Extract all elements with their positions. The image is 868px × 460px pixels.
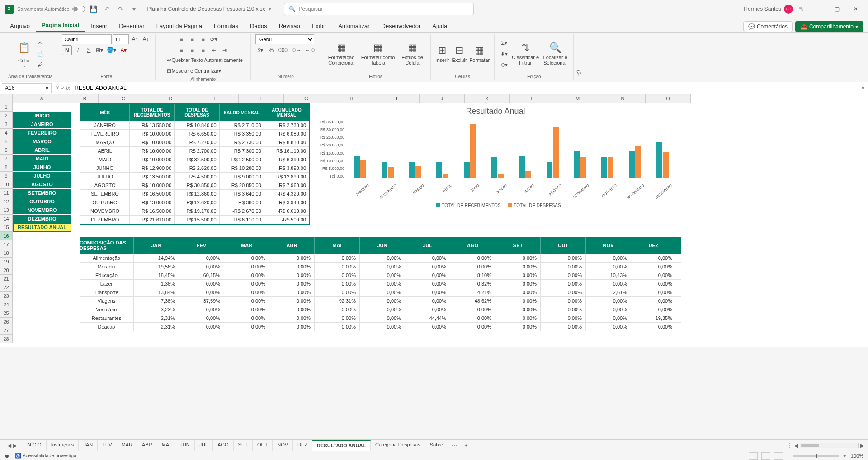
- menu-tab-página-inicial[interactable]: Página Inicial: [36, 19, 85, 32]
- menu-tab-dados[interactable]: Dados: [245, 20, 273, 32]
- orientation-icon[interactable]: ⟳▾: [209, 34, 219, 44]
- sheet-tab-dez[interactable]: DEZ: [293, 440, 312, 451]
- row-header[interactable]: 8: [0, 163, 13, 172]
- chart-bar[interactable]: [525, 171, 531, 178]
- comp-row[interactable]: Alimentação14,94%0,00%0,00%0,00%0,00%0,0…: [80, 254, 681, 263]
- sheet-next-icon[interactable]: ▶: [13, 442, 17, 449]
- align-center-icon[interactable]: ≡: [187, 45, 197, 55]
- column-header[interactable]: L: [510, 94, 555, 103]
- sheet-tab-nov[interactable]: NOV: [273, 440, 293, 451]
- save-icon[interactable]: 💾: [89, 4, 99, 14]
- nav-item-fevereiro[interactable]: FEVEREIRO: [13, 129, 71, 137]
- qat-dropdown-icon[interactable]: ▾: [129, 4, 139, 14]
- nav-item-setembro[interactable]: SETEMBRO: [13, 189, 71, 197]
- format-cells-button[interactable]: ▦Formatar: [470, 45, 490, 63]
- format-as-table-button[interactable]: ▦Formatar como Tabela: [360, 42, 396, 66]
- delete-cells-button[interactable]: ⊟Excluir: [452, 45, 467, 63]
- maximize-button[interactable]: ▢: [829, 2, 844, 16]
- menu-tab-desenhar[interactable]: Desenhar: [113, 20, 150, 32]
- row-header[interactable]: 16: [0, 232, 13, 240]
- comp-row[interactable]: Moradia19,56%0,00%0,00%0,00%0,00%0,00%0,…: [80, 263, 681, 271]
- chart-bar[interactable]: [656, 142, 662, 178]
- user-account[interactable]: Hermes Santos HS: [744, 5, 793, 14]
- row-header[interactable]: 26: [0, 318, 13, 326]
- sheet-tab-fev[interactable]: FEV: [98, 440, 117, 451]
- row-header[interactable]: 1: [0, 103, 13, 112]
- autosave-toggle[interactable]: Salvamento Automático: [17, 6, 85, 12]
- select-all-corner[interactable]: [0, 94, 13, 103]
- column-header[interactable]: G: [284, 94, 329, 103]
- copy-icon[interactable]: 📄: [35, 49, 45, 59]
- column-header[interactable]: J: [420, 94, 465, 103]
- currency-icon[interactable]: $▾: [255, 45, 265, 55]
- column-header[interactable]: O: [646, 94, 691, 103]
- sheet-tab-abr[interactable]: ABR: [137, 440, 157, 451]
- bold-button[interactable]: N: [62, 45, 72, 55]
- row-header[interactable]: 20: [0, 266, 13, 275]
- row-header[interactable]: 24: [0, 300, 13, 309]
- chart-bar[interactable]: [360, 160, 366, 178]
- cut-icon[interactable]: ✂: [35, 38, 45, 48]
- confirm-formula-icon[interactable]: ✓: [61, 85, 65, 91]
- table-row[interactable]: FEVEREIROR$ 10.000,00R$ 6.650,00R$ 3.350…: [80, 130, 309, 138]
- table-row[interactable]: NOVEMBROR$ 16.500,00R$ 19.170,00-R$ 2.67…: [80, 207, 309, 216]
- chart-bar[interactable]: [663, 152, 669, 178]
- menu-tab-ajuda[interactable]: Ajuda: [427, 20, 453, 32]
- decrease-font-icon[interactable]: A↓: [141, 34, 151, 44]
- row-header[interactable]: 7: [0, 155, 13, 163]
- formula-input[interactable]: [72, 84, 858, 92]
- table-row[interactable]: JANEIROR$ 13.550,00R$ 10.840,00R$ 2.710,…: [80, 121, 309, 130]
- conditional-formatting-button[interactable]: ▦Formatação Condicional: [326, 42, 357, 66]
- horizontal-scrollbar[interactable]: [800, 443, 859, 448]
- row-header[interactable]: 5: [0, 137, 13, 146]
- row-header[interactable]: 3: [0, 120, 13, 129]
- sheet-more-icon[interactable]: ⋯: [449, 442, 460, 449]
- column-header[interactable]: E: [193, 94, 239, 103]
- comma-icon[interactable]: 000: [277, 45, 289, 55]
- paste-button[interactable]: 📋: [16, 39, 32, 57]
- cancel-formula-icon[interactable]: ✕: [55, 85, 60, 91]
- comp-row[interactable]: Doação2,31%0,00%0,00%0,00%0,00%0,00%0,00…: [80, 323, 681, 331]
- nav-item-junho[interactable]: JUNHO: [13, 163, 71, 172]
- menu-tab-layout-da-página[interactable]: Layout da Página: [151, 20, 208, 32]
- search-input[interactable]: 🔍 Pesquisar: [284, 3, 474, 15]
- chart-bar[interactable]: [547, 162, 552, 178]
- align-top-icon[interactable]: ≡: [176, 34, 186, 44]
- comp-row[interactable]: Transporte13,84%0,00%0,00%0,00%0,00%0,00…: [80, 288, 681, 297]
- page-layout-view-icon[interactable]: [761, 452, 770, 460]
- chart-bar[interactable]: [498, 174, 504, 178]
- column-header[interactable]: B: [71, 94, 99, 103]
- row-header[interactable]: 6: [0, 146, 13, 155]
- font-name-select[interactable]: [62, 34, 112, 44]
- align-left-icon[interactable]: ≡: [176, 45, 186, 55]
- insert-cells-button[interactable]: ⊞Inserir: [435, 45, 449, 63]
- nav-item-outubro[interactable]: OUTUBRO: [13, 197, 71, 206]
- comp-row[interactable]: Educação18,45%60,15%0,00%0,00%0,00%0,00%…: [80, 271, 681, 280]
- nav-item-julho[interactable]: JULHO: [13, 172, 71, 180]
- row-header[interactable]: 19: [0, 258, 13, 266]
- menu-tab-desenvolvedor[interactable]: Desenvolvedor: [376, 20, 426, 32]
- column-header[interactable]: N: [600, 94, 646, 103]
- align-right-icon[interactable]: ≡: [198, 45, 208, 55]
- minimize-button[interactable]: —: [810, 2, 826, 16]
- row-header[interactable]: 25: [0, 309, 13, 318]
- percent-icon[interactable]: %: [266, 45, 276, 55]
- column-header[interactable]: A: [13, 94, 71, 103]
- sort-filter-button[interactable]: ⇅Classificar e Filtrar: [512, 42, 539, 66]
- table-row[interactable]: DEZEMBROR$ 21.610,00R$ 15.500,00R$ 6.110…: [80, 216, 309, 224]
- worksheet-grid[interactable]: ABCDEFGHIJKLMNO 123456789101112131415161…: [0, 94, 868, 347]
- sheet-tab-jun[interactable]: JUN: [175, 440, 194, 451]
- table-row[interactable]: MARÇOR$ 10.000,00R$ 7.270,00R$ 2.730,00R…: [80, 138, 309, 147]
- column-header[interactable]: H: [329, 94, 374, 103]
- normal-view-icon[interactable]: [749, 452, 758, 460]
- zoom-slider[interactable]: [793, 455, 839, 457]
- chart-bar[interactable]: [629, 151, 635, 178]
- row-header[interactable]: 17: [0, 240, 13, 249]
- chart-bar[interactable]: [354, 156, 360, 178]
- sheet-tab-início[interactable]: INÍCIO: [22, 440, 47, 451]
- sheet-prev-icon[interactable]: ◀: [7, 442, 11, 449]
- nav-item-abril[interactable]: ABRIL: [13, 146, 71, 155]
- decrease-decimal-icon[interactable]: ←.0: [303, 45, 316, 55]
- table-row[interactable]: JUNHOR$ 12.900,00R$ 2.620,00R$ 10.280,00…: [80, 164, 309, 173]
- sheet-tab-mai[interactable]: MAI: [157, 440, 176, 451]
